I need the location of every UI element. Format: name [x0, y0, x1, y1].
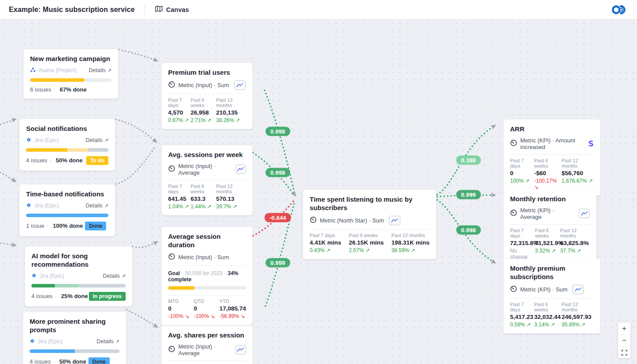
gauge-icon — [168, 253, 175, 261]
metric-value: 198.31K mins — [391, 239, 430, 246]
metric-value: 4,570 — [168, 109, 191, 116]
metric-delta: 3.32% ↗ — [535, 248, 560, 254]
details-link[interactable]: Details ↗ — [97, 338, 119, 345]
correlation-badge[interactable]: 0.999 — [456, 190, 481, 199]
metric-value: 210,135 — [216, 109, 246, 116]
metric-card[interactable]: Avg. shares per session Metric (Input) ·… — [161, 326, 253, 364]
gauge-icon — [510, 139, 517, 148]
period-label: Past 12 months — [562, 158, 594, 169]
metric-card-title: Time spent listening to music by subscri… — [310, 195, 420, 212]
work-card[interactable]: Social notifications Jira (Epic) Details… — [19, 119, 115, 171]
work-card[interactable]: More prominent sharing prompts Jira (Epi… — [23, 312, 126, 364]
gauge-icon — [168, 165, 175, 173]
metric-value: 641.45 — [168, 195, 191, 202]
period-label: Past 12 months — [216, 97, 246, 108]
work-card-title: New marketing campaign — [30, 55, 111, 63]
metric-card[interactable]: Premium trial users Metric (Input) · Sum… — [161, 63, 253, 129]
issues-count: 6 issues — [30, 86, 51, 93]
tab-canvas[interactable]: Canvas — [155, 5, 189, 14]
progress-bar — [26, 148, 108, 152]
chart-line-icon[interactable] — [389, 216, 400, 225]
gauge-icon — [510, 209, 517, 218]
metric-card[interactable]: Monthly retention Metric (KPI) · Average… — [503, 189, 596, 266]
metric-meta-label: Metric (Input) · Average — [178, 163, 231, 176]
jira-icon — [30, 338, 35, 345]
metric-card[interactable]: Avg. sessions per week Metric (Input) · … — [161, 145, 253, 215]
details-link[interactable]: Details ↗ — [103, 273, 126, 279]
period-label: Past 7 days — [168, 184, 191, 194]
correlation-badge[interactable]: 0.388 — [456, 156, 481, 165]
metric-value: 633.3 — [191, 195, 216, 202]
correlation-badge[interactable]: 0.998 — [265, 127, 290, 136]
source-row: Jira (Epic) — [30, 338, 62, 345]
correlation-badge[interactable]: 0.999 — [265, 258, 290, 268]
metric-delta: -56.99% ↘ — [219, 313, 246, 319]
fullscreen-icon — [622, 350, 627, 356]
work-card[interactable]: AI model for song recommendations Jira (… — [25, 246, 132, 307]
metric-card[interactable]: Monthly premium subscriptions Metric (KP… — [503, 259, 600, 333]
chart-line-icon[interactable] — [579, 209, 590, 218]
source-row: Jira (Epic) — [31, 273, 64, 280]
progress-bar — [26, 214, 108, 217]
work-card[interactable]: Time-based notifications Jira (Epic) Det… — [19, 184, 115, 236]
metric-delta: 0.87% ↗ — [168, 117, 191, 123]
period-label: Past 6 weeks — [534, 158, 562, 169]
north-star-card[interactable]: Time spent listening to music by subscri… — [303, 190, 436, 259]
chart-line-icon[interactable] — [234, 80, 246, 90]
done-percent: 100% done — [53, 222, 83, 229]
source-label: Jira (Epic) — [39, 273, 64, 279]
metric-delta: 1,676.67% ↗ — [562, 178, 594, 184]
metric-meta-label: Metric (Input) · Sum — [178, 254, 229, 261]
metric-delta: -100.17% ↘ — [534, 178, 562, 190]
metric-value: -$60 — [534, 170, 562, 176]
chart-line-icon[interactable] — [236, 165, 246, 174]
period-label: Past 7 days — [168, 97, 191, 108]
metric-card[interactable]: Average session duration Metric (Input) … — [161, 227, 253, 325]
details-link[interactable]: Details ↗ — [86, 137, 108, 143]
metric-card-title: Monthly premium subscriptions — [510, 264, 594, 281]
metric-value: 570.13 — [216, 195, 246, 202]
metric-delta: -100% ↘ — [168, 313, 189, 319]
zoom-in-button[interactable]: + — [618, 322, 630, 334]
metric-meta-label: Metric (KPI) · Sum — [520, 286, 568, 293]
metric-value: 32,032.44 — [534, 314, 562, 320]
correlation-badge[interactable]: -0.644 — [265, 213, 291, 222]
done-percent: 50% done — [59, 358, 86, 364]
metric-value: 5,417.23 — [510, 314, 534, 320]
issues-count: 1 issue — [26, 222, 44, 229]
correlation-badge[interactable]: 0.998 — [456, 226, 481, 235]
period-label: Past 12 months — [216, 184, 246, 194]
progress-bar — [30, 349, 119, 353]
metric-card-title: Average session duration — [168, 233, 246, 249]
source-label: Asana (Project) — [38, 67, 77, 73]
doubleloop-logo-icon[interactable] — [610, 4, 628, 15]
work-card[interactable]: New marketing campaign Asana (Project) D… — [23, 49, 118, 99]
chart-line-icon[interactable] — [572, 285, 584, 294]
metric-meta-label: Metric (KPI) · Amount increased — [520, 137, 583, 150]
details-link[interactable]: Details ↗ — [89, 67, 111, 73]
fit-view-button[interactable] — [618, 346, 630, 358]
metric-delta: 38.59% ↗ — [391, 247, 430, 253]
chart-line-icon[interactable] — [236, 345, 246, 354]
gauge-icon — [168, 345, 175, 354]
status-badge: Done — [85, 222, 106, 230]
metric-value: 246,597.93 — [562, 314, 594, 320]
zoom-out-button[interactable]: − — [618, 334, 630, 346]
gauge-icon — [310, 216, 317, 225]
period-label: Past 6 weeks — [191, 97, 216, 108]
external-link-icon: ↗ — [104, 203, 108, 209]
period-label: MTD — [168, 299, 189, 304]
jira-icon — [26, 137, 31, 144]
jira-icon — [26, 203, 31, 209]
progress-bar — [31, 284, 126, 287]
correlation-badge[interactable]: 0.998 — [265, 168, 290, 177]
gauge-icon — [168, 81, 175, 89]
canvas-viewport[interactable]: New marketing campaign Asana (Project) D… — [0, 19, 637, 364]
source-row: Jira (Epic) — [26, 137, 59, 144]
gauge-icon — [510, 285, 517, 294]
zoom-controls: + − — [618, 322, 630, 358]
metric-card[interactable]: ARR Metric (KPI) · Amount increased S Pa… — [503, 119, 600, 196]
issues-count: 4 issues — [31, 293, 53, 299]
details-link[interactable]: Details ↗ — [86, 203, 108, 209]
period-label: Past 6 weeks — [349, 233, 384, 238]
